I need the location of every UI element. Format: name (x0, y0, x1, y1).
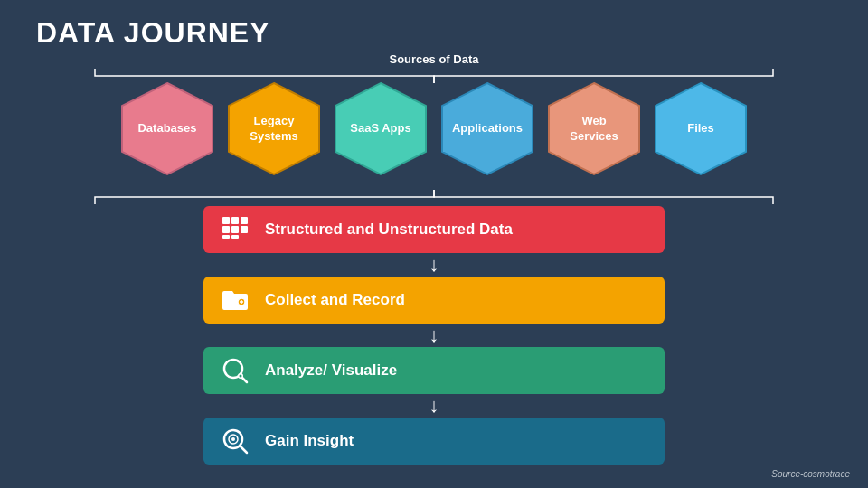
page-title: DATA JOURNEY (36, 16, 270, 50)
hex-applications: Applications (438, 81, 537, 176)
svg-rect-7 (231, 217, 239, 224)
arrow-2: ↓ (429, 325, 439, 345)
svg-rect-13 (231, 235, 239, 239)
hexagon-databases: Databases (118, 81, 217, 176)
hex-saas-apps: SaaS Apps (331, 81, 430, 176)
flow-box-gain-insight: Gain Insight (203, 418, 665, 465)
sources-label: Sources of Data (390, 52, 479, 66)
hex-databases: Databases (118, 81, 217, 176)
flow-box-collect-record: Collect and Record (203, 277, 665, 324)
hex-label-applications: Applications (445, 121, 530, 136)
svg-point-20 (240, 375, 242, 378)
svg-rect-11 (241, 226, 248, 233)
flow-label-analyze-visualize: Analyze/ Visualize (265, 361, 397, 380)
svg-rect-8 (241, 217, 248, 224)
hexagon-web-services: WebServices (544, 81, 644, 176)
hex-label-files: Files (680, 121, 722, 136)
svg-rect-12 (222, 235, 230, 239)
flow-container: Structured and Unstructured Data ↓ Colle… (203, 206, 665, 465)
hex-label-databases: Databases (130, 121, 203, 136)
hexagon-applications: Applications (438, 81, 537, 176)
svg-rect-10 (231, 226, 239, 233)
hex-label-saas-apps: SaaS Apps (343, 121, 418, 136)
flow-box-analyze-visualize: Analyze/ Visualize (203, 347, 665, 394)
hex-web-services: WebServices (544, 81, 644, 176)
analyze-icon (218, 353, 252, 388)
flow-label-collect-record: Collect and Record (265, 291, 405, 309)
svg-line-22 (240, 446, 247, 453)
arrow-3: ↓ (429, 396, 439, 416)
grid-icon (218, 212, 252, 247)
hexagons-row: Databases LegacySystems SaaS Apps Applic… (118, 81, 750, 176)
hexagon-saas-apps: SaaS Apps (331, 81, 430, 176)
hexagon-legacy-systems: LegacySystems (224, 81, 324, 176)
bottom-bracket (90, 188, 778, 206)
svg-point-24 (231, 437, 235, 441)
hex-label-legacy-systems: LegacySystems (242, 114, 305, 145)
svg-rect-9 (222, 226, 230, 233)
svg-rect-6 (222, 217, 230, 224)
hex-files: Files (651, 81, 750, 176)
insight-icon (218, 424, 252, 458)
hexagon-files: Files (651, 81, 750, 176)
hex-legacy-systems: LegacySystems (224, 81, 324, 176)
arrow-1: ↓ (429, 255, 439, 275)
flow-label-gain-insight: Gain Insight (265, 432, 354, 450)
folder-icon (218, 283, 252, 317)
source-credit: Source-cosmotrace (771, 469, 850, 479)
flow-box-structured-data: Structured and Unstructured Data (203, 206, 665, 253)
hex-label-web-services: WebServices (562, 114, 626, 145)
flow-label-structured-data: Structured and Unstructured Data (265, 221, 513, 239)
